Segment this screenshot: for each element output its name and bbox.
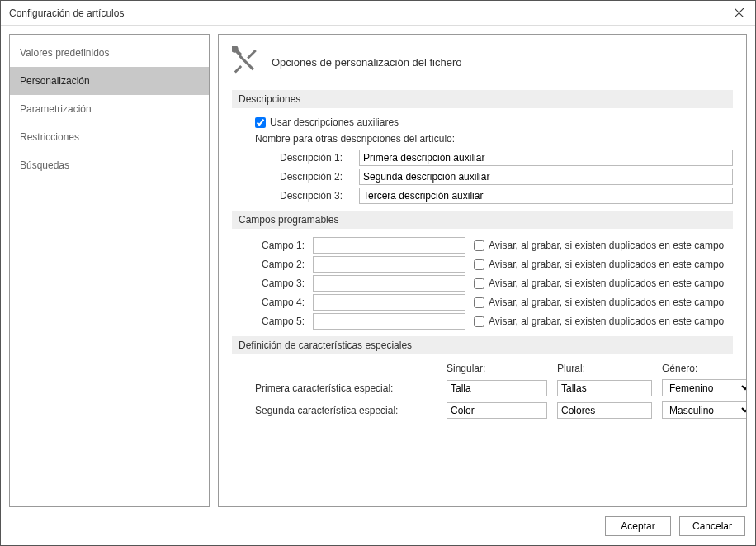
campo-3-input[interactable] bbox=[313, 275, 465, 292]
descripcion-3-label: Descripción 3: bbox=[280, 190, 351, 202]
campo-1-dup-row[interactable]: Avisar, al grabar, si existen duplicados… bbox=[474, 240, 724, 251]
descripcion-1-input[interactable] bbox=[359, 150, 733, 166]
spec-plural-header: Plural: bbox=[557, 363, 652, 374]
descripcion-1-label: Descripción 1: bbox=[280, 152, 351, 164]
sidebar-item-busquedas[interactable]: Búsquedas bbox=[10, 151, 209, 179]
svg-rect-3 bbox=[234, 65, 243, 74]
campo-4-dup-checkbox[interactable] bbox=[474, 297, 484, 308]
sidebar-item-label: Personalización bbox=[20, 75, 90, 87]
campo-1-dup-label: Avisar, al grabar, si existen duplicados… bbox=[489, 240, 724, 251]
descripcion-row-1: Descripción 1: bbox=[280, 150, 733, 166]
panel-title: Opciones de personalización del fichero bbox=[272, 56, 462, 69]
campo-1-label: Campo 1: bbox=[255, 240, 305, 251]
campo-2-dup-checkbox[interactable] bbox=[474, 259, 484, 270]
campo-4-label: Campo 4: bbox=[255, 297, 305, 308]
campo-1-input[interactable] bbox=[313, 237, 465, 254]
cancel-button[interactable]: Cancelar bbox=[679, 516, 745, 536]
sidebar-item-label: Búsquedas bbox=[20, 159, 69, 171]
main-panel: Opciones de personalización del fichero … bbox=[218, 34, 747, 507]
spec-row2-plural-input[interactable] bbox=[557, 402, 652, 419]
descripcion-2-input[interactable] bbox=[359, 169, 733, 185]
dialog-body: Valores predefinidos Personalización Par… bbox=[1, 26, 755, 507]
campo-2-dup-label: Avisar, al grabar, si existen duplicados… bbox=[489, 259, 724, 270]
wrench-screwdriver-icon bbox=[232, 46, 262, 78]
descripcion-2-label: Descripción 2: bbox=[280, 171, 351, 183]
campo-2-label: Campo 2: bbox=[255, 259, 305, 270]
campo-3-dup-checkbox[interactable] bbox=[474, 278, 484, 289]
section-especiales-header: Definición de características especiales bbox=[232, 336, 733, 354]
campo-row-2: Campo 2: Avisar, al grabar, si existen d… bbox=[255, 256, 733, 273]
spec-row1-singular-input[interactable] bbox=[447, 380, 547, 396]
campo-row-5: Campo 5: Avisar, al grabar, si existen d… bbox=[255, 313, 733, 330]
svg-rect-2 bbox=[247, 50, 257, 59]
sidebar-item-restricciones[interactable]: Restricciones bbox=[10, 123, 209, 151]
campo-3-label: Campo 3: bbox=[255, 278, 305, 289]
titlebar: Configuración de artículos bbox=[1, 1, 755, 26]
descripcion-row-3: Descripción 3: bbox=[280, 188, 733, 204]
campo-5-input[interactable] bbox=[313, 313, 465, 330]
campo-5-dup-checkbox[interactable] bbox=[474, 316, 484, 327]
dialog-window: Configuración de artículos Valores prede… bbox=[0, 0, 756, 546]
campo-row-3: Campo 3: Avisar, al grabar, si existen d… bbox=[255, 275, 733, 292]
section-descripciones-body: Usar descripciones auxiliares Nombre par… bbox=[232, 116, 733, 204]
campo-2-input[interactable] bbox=[313, 256, 465, 273]
sidebar-item-valores-predefinidos[interactable]: Valores predefinidos bbox=[10, 39, 209, 67]
usar-descripciones-label: Usar descripciones auxiliares bbox=[270, 116, 399, 128]
spec-row2-singular-input[interactable] bbox=[447, 402, 547, 419]
campo-4-dup-label: Avisar, al grabar, si existen duplicados… bbox=[489, 297, 724, 308]
window-title: Configuración de artículos bbox=[9, 7, 722, 19]
dialog-footer: Aceptar Cancelar bbox=[1, 507, 755, 545]
campo-row-4: Campo 4: Avisar, al grabar, si existen d… bbox=[255, 294, 733, 311]
descripcion-3-input[interactable] bbox=[359, 188, 733, 204]
usar-descripciones-checkbox-row[interactable]: Usar descripciones auxiliares bbox=[255, 116, 733, 128]
campo-4-dup-row[interactable]: Avisar, al grabar, si existen duplicados… bbox=[474, 297, 724, 308]
campo-4-input[interactable] bbox=[313, 294, 465, 311]
campo-5-dup-label: Avisar, al grabar, si existen duplicados… bbox=[489, 316, 724, 327]
campo-3-dup-row[interactable]: Avisar, al grabar, si existen duplicados… bbox=[474, 278, 724, 289]
accept-button[interactable]: Aceptar bbox=[605, 516, 671, 536]
sidebar-item-label: Parametrización bbox=[20, 103, 92, 115]
spec-row2-genero-select[interactable]: Femenino Masculino bbox=[662, 401, 747, 419]
spec-genero-header: Género: bbox=[662, 363, 747, 374]
usar-descripciones-checkbox[interactable] bbox=[255, 117, 266, 128]
especiales-table: Singular: Plural: Género: Primera caract… bbox=[255, 363, 733, 419]
spec-row1-label: Primera característica especial: bbox=[255, 382, 437, 394]
close-button[interactable] bbox=[722, 1, 755, 26]
spec-singular-header: Singular: bbox=[447, 363, 547, 374]
section-campos-body: Campo 1: Avisar, al grabar, si existen d… bbox=[232, 237, 733, 330]
campo-3-dup-label: Avisar, al grabar, si existen duplicados… bbox=[489, 278, 724, 289]
campo-2-dup-row[interactable]: Avisar, al grabar, si existen duplicados… bbox=[474, 259, 724, 270]
spec-row1-plural-input[interactable] bbox=[557, 380, 652, 396]
sidebar-item-label: Valores predefinidos bbox=[20, 47, 110, 59]
campo-5-label: Campo 5: bbox=[255, 316, 305, 327]
campo-row-1: Campo 1: Avisar, al grabar, si existen d… bbox=[255, 237, 733, 254]
sidebar: Valores predefinidos Personalización Par… bbox=[9, 34, 210, 507]
sidebar-item-label: Restricciones bbox=[20, 131, 79, 143]
campo-1-dup-checkbox[interactable] bbox=[474, 240, 484, 251]
descripciones-subheading: Nombre para otras descripciones del artí… bbox=[255, 133, 733, 145]
descripcion-row-2: Descripción 2: bbox=[280, 169, 733, 185]
spec-row2-label: Segunda característica especial: bbox=[255, 405, 437, 416]
section-campos-header: Campos programables bbox=[232, 211, 733, 229]
section-especiales-body: Singular: Plural: Género: Primera caract… bbox=[232, 363, 733, 419]
close-icon bbox=[735, 8, 744, 17]
panel-header: Opciones de personalización del fichero bbox=[232, 46, 733, 78]
campo-5-dup-row[interactable]: Avisar, al grabar, si existen duplicados… bbox=[474, 316, 724, 327]
section-descripciones-header: Descripciones bbox=[232, 90, 733, 108]
sidebar-item-parametrizacion[interactable]: Parametrización bbox=[10, 95, 209, 123]
sidebar-item-personalizacion[interactable]: Personalización bbox=[10, 67, 209, 95]
spec-row1-genero-select[interactable]: Femenino Masculino bbox=[662, 379, 747, 396]
